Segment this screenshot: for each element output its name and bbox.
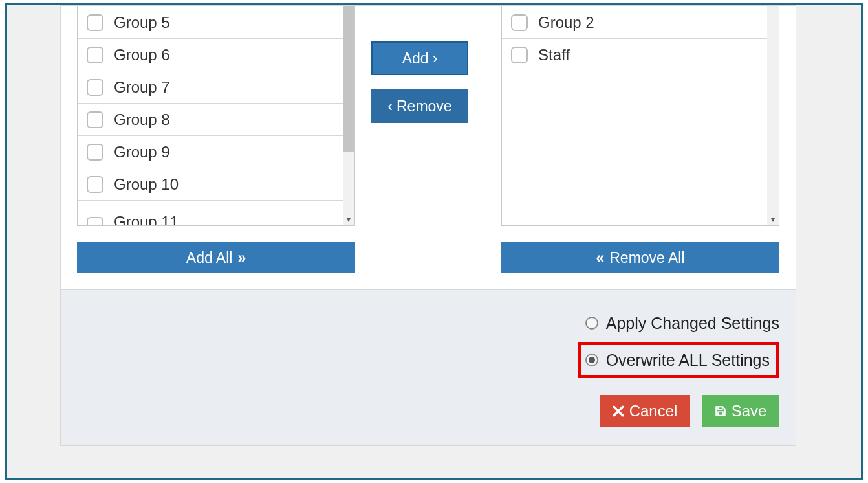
remove-label: Remove xyxy=(396,98,452,115)
add-all-label: Add All xyxy=(186,249,233,267)
list-item[interactable]: Group 7 xyxy=(78,71,343,104)
checkbox[interactable] xyxy=(511,14,528,31)
overwrite-all-settings-radio[interactable]: Overwrite ALL Settings xyxy=(585,346,770,374)
checkbox[interactable] xyxy=(87,217,103,225)
list-item-label: Group 6 xyxy=(114,46,170,64)
footer: Apply Changed Settings Overwrite ALL Set… xyxy=(61,289,796,445)
list-item[interactable]: Group 6 xyxy=(78,39,343,71)
list-item[interactable]: Group 9 xyxy=(78,136,343,168)
remove-all-label: Remove All xyxy=(609,249,684,267)
double-chevron-right-icon: » xyxy=(237,249,246,267)
list-item[interactable]: Group 2 xyxy=(502,6,767,39)
checkbox[interactable] xyxy=(87,79,103,96)
list-item[interactable]: Group 11 xyxy=(78,201,343,225)
list-item[interactable]: Staff xyxy=(502,39,767,71)
checkbox[interactable] xyxy=(87,111,103,128)
checkbox[interactable] xyxy=(511,47,528,63)
svg-rect-1 xyxy=(718,412,723,416)
overwrite-all-label: Overwrite ALL Settings xyxy=(606,351,770,370)
radio-icon xyxy=(585,354,598,366)
close-icon xyxy=(613,405,624,417)
list-item-label: Group 8 xyxy=(114,111,170,129)
list-item-label: Group 11 xyxy=(114,213,179,225)
apply-changed-settings-radio[interactable]: Apply Changed Settings xyxy=(585,309,779,337)
chevron-right-icon: › xyxy=(433,50,438,67)
checkbox[interactable] xyxy=(87,176,103,193)
scrollbar[interactable]: ▾ xyxy=(343,6,354,225)
save-icon xyxy=(715,405,726,417)
list-item[interactable]: Group 8 xyxy=(78,104,343,136)
add-all-button[interactable]: Add All » xyxy=(77,242,355,273)
scroll-down-icon[interactable]: ▾ xyxy=(343,214,354,225)
list-item-label: Staff xyxy=(538,46,570,64)
scroll-down-icon[interactable]: ▾ xyxy=(767,214,779,225)
svg-rect-0 xyxy=(718,407,722,410)
list-item-label: Group 10 xyxy=(114,175,179,194)
cancel-button[interactable]: Cancel xyxy=(600,395,690,427)
checkbox[interactable] xyxy=(87,144,103,161)
remove-button[interactable]: ‹ Remove xyxy=(371,89,468,123)
add-button[interactable]: Add › xyxy=(371,41,468,75)
selected-groups-list[interactable]: Group 2Staff ▾ xyxy=(501,6,779,226)
remove-all-button[interactable]: « Remove All xyxy=(501,242,779,273)
list-item-label: Group 5 xyxy=(114,14,170,32)
list-item[interactable]: Group 10 xyxy=(78,168,343,201)
overwrite-highlight: Overwrite ALL Settings xyxy=(578,342,779,378)
available-groups-list[interactable]: Group 5Group 6Group 7Group 8Group 9Group… xyxy=(77,6,355,226)
list-item[interactable]: Group 5 xyxy=(78,6,343,39)
double-chevron-left-icon: « xyxy=(596,249,604,267)
list-item-label: Group 9 xyxy=(114,143,170,161)
scrollbar[interactable]: ▾ xyxy=(767,6,779,225)
list-item-label: Group 7 xyxy=(114,78,170,96)
cancel-label: Cancel xyxy=(629,402,678,420)
save-label: Save xyxy=(732,402,767,420)
checkbox[interactable] xyxy=(87,14,103,31)
apply-changed-label: Apply Changed Settings xyxy=(606,314,779,333)
radio-icon xyxy=(585,317,598,330)
add-label: Add xyxy=(402,50,429,67)
save-button[interactable]: Save xyxy=(702,395,779,427)
settings-panel: Group 5Group 6Group 7Group 8Group 9Group… xyxy=(60,5,796,446)
list-item-label: Group 2 xyxy=(538,14,594,32)
checkbox[interactable] xyxy=(87,47,103,63)
chevron-left-icon: ‹ xyxy=(387,98,393,115)
